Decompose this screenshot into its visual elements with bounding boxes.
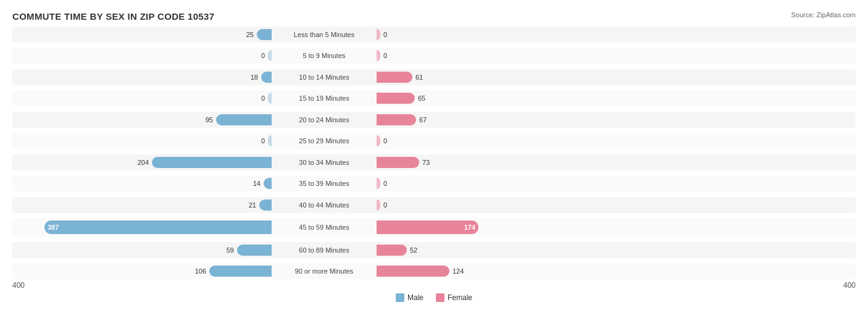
bar-label: 10 to 14 Minutes — [272, 73, 377, 81]
male-bar — [264, 178, 272, 189]
bar-row: 1435 to 39 Minutes0 — [12, 175, 856, 191]
left-section: 0 — [12, 50, 272, 61]
legend-male-label: Male — [407, 293, 424, 302]
legend-female-box — [436, 293, 444, 302]
male-bar — [209, 266, 272, 277]
right-section: 73 — [377, 157, 636, 168]
axis-labels: 400 400 — [12, 281, 856, 290]
female-value-label: 73 — [419, 159, 436, 166]
left-section: 59 — [12, 245, 272, 256]
bar-label: 60 to 89 Minutes — [272, 246, 377, 254]
right-section: 0 — [377, 135, 636, 146]
bar-label: 35 to 39 Minutes — [272, 180, 377, 187]
male-bar — [257, 29, 272, 40]
female-value-label: 0 — [380, 31, 398, 38]
male-value-label: 0 — [251, 52, 268, 59]
left-section: 106 — [12, 266, 272, 277]
female-value-label: 65 — [415, 94, 432, 102]
right-section: 67 — [377, 114, 636, 125]
bar-row: 1810 to 14 Minutes61 — [12, 69, 856, 85]
bar-row: 025 to 29 Minutes0 — [12, 133, 856, 149]
left-section: 387 — [12, 220, 272, 234]
legend: Male Female — [12, 293, 856, 302]
right-section: 61 — [377, 72, 636, 83]
bar-label: 90 or more Minutes — [272, 267, 377, 275]
bar-row: 2140 to 44 Minutes0 — [12, 197, 856, 213]
legend-male-box — [396, 293, 404, 302]
bar-row: 9520 to 24 Minutes67 — [12, 112, 856, 128]
female-value-label: 52 — [407, 246, 424, 254]
male-inner-label: 387 — [48, 224, 59, 231]
female-value-label: 0 — [380, 180, 398, 187]
left-section: 0 — [12, 135, 272, 146]
right-section: 0 — [377, 178, 636, 189]
left-section: 18 — [12, 72, 272, 83]
bar-label: 25 to 29 Minutes — [272, 137, 377, 145]
female-bar — [377, 157, 419, 168]
left-section: 25 — [12, 29, 272, 40]
chart-area: 25Less than 5 Minutes005 to 9 Minutes018… — [12, 27, 856, 280]
bar-label: 40 to 44 Minutes — [272, 201, 377, 209]
female-value-label: 0 — [380, 201, 398, 209]
male-value-label: 106 — [192, 267, 209, 275]
female-value-label: 0 — [380, 52, 398, 59]
male-bar — [152, 157, 272, 168]
chart-title: COMMUTE TIME BY SEX IN ZIP CODE 10537 — [12, 11, 856, 22]
bar-label: 20 to 24 Minutes — [272, 116, 377, 124]
female-bar — [377, 266, 449, 277]
female-bar — [377, 72, 412, 83]
male-value-label: 0 — [251, 94, 268, 102]
male-bar — [259, 199, 272, 211]
right-section: 124 — [377, 266, 636, 277]
male-value-label: 204 — [135, 159, 152, 166]
bar-label: Less than 5 Minutes — [272, 31, 377, 38]
bar-row: 20430 to 34 Minutes73 — [12, 154, 856, 170]
left-section: 204 — [12, 157, 272, 168]
female-value-label: 124 — [449, 267, 467, 275]
right-section: 174 — [377, 220, 636, 234]
female-bar — [377, 245, 407, 256]
bar-row: 25Less than 5 Minutes0 — [12, 27, 856, 43]
left-section: 0 — [12, 93, 272, 104]
bar-row: 5960 to 89 Minutes52 — [12, 242, 856, 258]
legend-female-label: Female — [448, 293, 472, 302]
axis-right: 400 — [843, 281, 856, 290]
male-value-label: 18 — [244, 73, 261, 81]
male-value-label: 21 — [242, 201, 259, 209]
female-value-label: 0 — [380, 137, 398, 145]
female-bar: 174 — [377, 220, 478, 234]
male-bar — [261, 72, 272, 83]
legend-male: Male — [396, 293, 424, 302]
male-value-label: 95 — [199, 116, 216, 124]
male-bar: 387 — [44, 220, 272, 234]
bar-label: 15 to 19 Minutes — [272, 94, 377, 102]
chart-container: COMMUTE TIME BY SEX IN ZIP CODE 10537 So… — [0, 0, 868, 323]
male-bar — [237, 245, 272, 256]
female-bar — [377, 93, 415, 104]
bar-label: 30 to 34 Minutes — [272, 159, 377, 166]
female-value-label: 67 — [416, 116, 433, 124]
right-section: 65 — [377, 93, 636, 104]
bar-label: 5 to 9 Minutes — [272, 52, 377, 59]
female-bar — [377, 114, 416, 125]
legend-female: Female — [436, 293, 472, 302]
left-section: 14 — [12, 178, 272, 189]
right-section: 52 — [377, 245, 636, 256]
bar-row: 38745 to 59 Minutes174 — [12, 218, 856, 237]
axis-left: 400 — [12, 281, 25, 290]
left-section: 21 — [12, 199, 272, 211]
female-value-label: 61 — [412, 73, 430, 81]
male-bar — [216, 114, 272, 125]
male-value-label: 25 — [240, 31, 257, 38]
bar-row: 10690 or more Minutes124 — [12, 263, 856, 279]
female-inner-label: 174 — [464, 224, 475, 231]
bar-row: 015 to 19 Minutes65 — [12, 90, 856, 106]
right-section: 0 — [377, 50, 636, 61]
male-value-label: 14 — [246, 180, 264, 187]
bar-row: 05 to 9 Minutes0 — [12, 48, 856, 64]
right-section: 0 — [377, 29, 636, 40]
right-section: 0 — [377, 199, 636, 211]
bar-label: 45 to 59 Minutes — [272, 224, 377, 231]
left-section: 95 — [12, 114, 272, 125]
source-label: Source: ZipAtlas.com — [791, 11, 856, 19]
